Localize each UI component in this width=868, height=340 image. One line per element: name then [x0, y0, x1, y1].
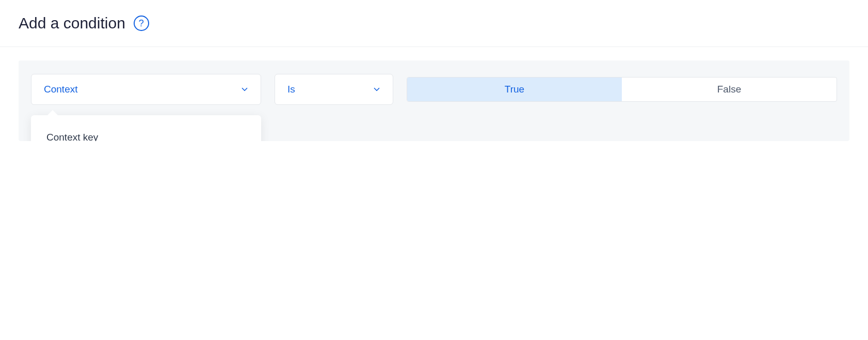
condition-panel: Context Is True False Context key Contex…: [19, 60, 849, 141]
chevron-down-icon: [372, 85, 381, 94]
page-title: Add a condition: [19, 14, 125, 32]
value-toggle: True False: [407, 77, 837, 102]
context-popover: Context key Context type Boolean: [31, 115, 261, 141]
context-key-label: Context key: [46, 132, 246, 141]
subject-dropdown-label: Context: [44, 84, 77, 95]
help-icon[interactable]: ?: [134, 16, 149, 31]
operator-dropdown[interactable]: Is: [275, 74, 393, 105]
value-false-button[interactable]: False: [622, 78, 837, 101]
value-true-button[interactable]: True: [407, 78, 622, 101]
subject-dropdown[interactable]: Context: [31, 74, 261, 105]
operator-dropdown-label: Is: [287, 84, 295, 95]
chevron-down-icon: [240, 85, 249, 94]
